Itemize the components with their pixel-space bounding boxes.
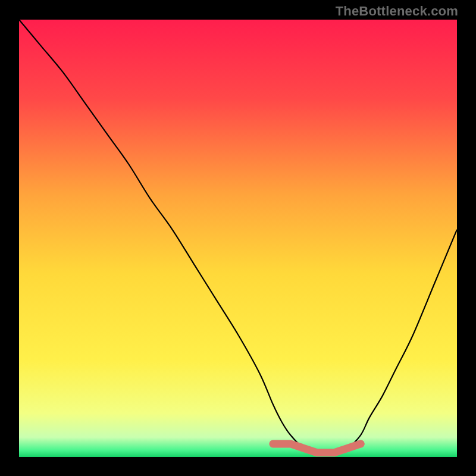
background-gradient	[19, 20, 457, 457]
svg-rect-0	[19, 20, 457, 457]
plot-area	[19, 20, 457, 457]
watermark-text: TheBottleneck.com	[336, 4, 458, 19]
